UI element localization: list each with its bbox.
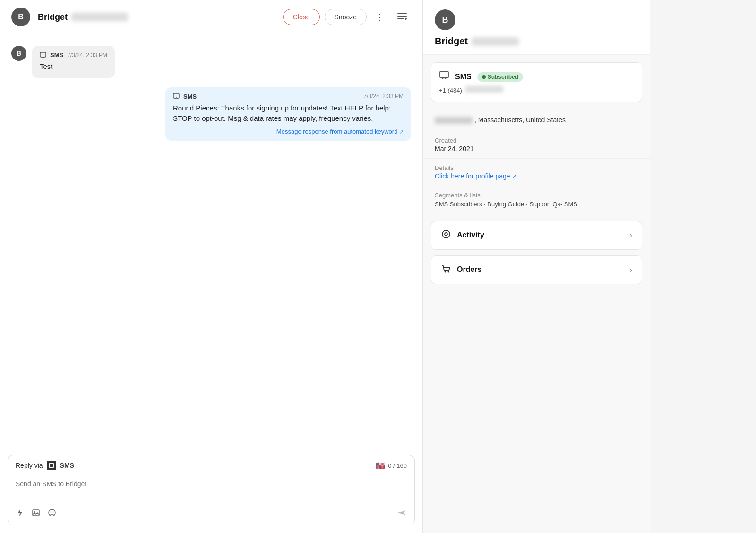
location-section: , Massachusetts, United States (423, 110, 650, 131)
queue-button[interactable] (393, 10, 411, 25)
right-header: B Bridget (423, 0, 650, 55)
sms-info-card: SMS Subscribed +1 (484) (431, 62, 642, 102)
reply-box: Reply via SMS 🇺🇸 0 / 160 (8, 455, 415, 525)
incoming-message-group: B SMS 7/3/24, 2:33 PM Test (11, 46, 411, 78)
send-icon (397, 508, 407, 519)
outgoing-channel-label: SMS (183, 93, 197, 100)
flag-icon: 🇺🇸 (376, 461, 385, 470)
reply-channel-label: SMS (60, 462, 74, 469)
external-link-icon: ↗ (512, 173, 517, 179)
created-date: Mar 24, 2021 (435, 145, 638, 152)
profile-link[interactable]: Click here for profile page ↗ (435, 172, 638, 180)
channel-label: SMS (50, 51, 63, 59)
incoming-bubble: SMS 7/3/24, 2:33 PM Test (32, 46, 115, 78)
char-count-text: 0 / 160 (388, 462, 407, 469)
chat-header: B Bridget Close Snooze ⋮ (0, 0, 422, 34)
ellipsis-icon: ⋮ (375, 11, 385, 23)
orders-chevron-icon: › (629, 265, 632, 275)
reply-tools (16, 508, 56, 519)
activity-row[interactable]: Activity › (431, 221, 642, 250)
activity-row-left: Activity (441, 229, 484, 242)
svg-point-11 (53, 512, 54, 513)
image-icon[interactable] (32, 508, 40, 519)
send-button[interactable] (397, 508, 407, 519)
chat-panel: B Bridget Close Snooze ⋮ (0, 0, 423, 533)
location-blur (435, 117, 472, 124)
svg-point-19 (445, 271, 446, 272)
activity-icon (441, 229, 451, 242)
outgoing-sms-icon (173, 93, 180, 100)
orders-icon (441, 263, 451, 276)
external-link-icon: ↗ (399, 129, 404, 135)
segments-section: Segments & lists SMS Subscribers · Buyin… (423, 186, 650, 215)
reply-footer (8, 505, 414, 525)
sms-phone: +1 (484) (439, 86, 634, 94)
sms-phone-icon (47, 461, 56, 470)
right-name: Bridget (435, 36, 638, 47)
message-text: Test (40, 61, 107, 72)
svg-rect-7 (33, 510, 39, 516)
details-section: Details Click here for profile page ↗ (423, 159, 650, 186)
svg-point-10 (51, 512, 52, 513)
char-count: 🇺🇸 0 / 160 (376, 461, 407, 470)
outgoing-meta: SMS 7/3/24, 2:33 PM (173, 93, 404, 100)
right-name-blur (472, 37, 519, 46)
reply-via: Reply via SMS (16, 461, 74, 470)
message-time: 7/3/24, 2:33 PM (67, 52, 107, 59)
automated-keyword-link[interactable]: Message response from automated keyword … (173, 128, 404, 135)
orders-label: Orders (457, 265, 481, 274)
outgoing-bubble: SMS 7/3/24, 2:33 PM Round Pieces: Thanks… (165, 87, 411, 141)
reply-via-label: Reply via (16, 462, 43, 469)
svg-rect-6 (50, 464, 53, 467)
customer-avatar: B (11, 8, 30, 26)
created-label: Created (435, 137, 638, 144)
queue-icon (397, 12, 407, 23)
name-blur (71, 13, 128, 21)
svg-point-13 (442, 230, 450, 238)
orders-row-left: Orders (441, 263, 481, 276)
sms-card-header: SMS Subscribed (439, 70, 634, 83)
svg-point-20 (448, 271, 449, 272)
message-avatar: B (11, 46, 26, 61)
message-meta: SMS 7/3/24, 2:33 PM (40, 51, 107, 59)
reply-header: Reply via SMS 🇺🇸 0 / 160 (8, 455, 414, 474)
sms-title: SMS (455, 73, 472, 81)
more-options-button[interactable]: ⋮ (371, 9, 388, 25)
subscribed-dot (482, 75, 486, 79)
right-panel: B Bridget SMS Subscribed +1 (484) (423, 0, 650, 533)
outgoing-message-time: 7/3/24, 2:33 PM (363, 93, 404, 100)
svg-point-9 (49, 509, 55, 516)
activity-chevron-icon: › (629, 230, 632, 240)
orders-row[interactable]: Orders › (431, 255, 642, 284)
close-button[interactable]: Close (283, 9, 320, 25)
header-actions: Close Snooze ⋮ (283, 9, 411, 25)
lightning-icon[interactable] (16, 508, 24, 519)
chat-area: B SMS 7/3/24, 2:33 PM Test (0, 34, 422, 447)
sms-channel-icon (40, 52, 46, 59)
right-avatar-row: B (435, 9, 638, 30)
outgoing-message-text: Round Pieces: Thanks for signing up for … (173, 103, 404, 124)
reply-input[interactable] (8, 474, 414, 503)
right-avatar: B (435, 9, 455, 30)
svg-point-14 (445, 233, 447, 236)
created-section: Created Mar 24, 2021 (423, 131, 650, 159)
sms-card-icon (439, 70, 449, 83)
segments-text: SMS Subscribers · Buying Guide · Support… (435, 200, 638, 209)
segments-label: Segments & lists (435, 192, 638, 199)
details-label: Details (435, 164, 638, 171)
emoji-icon[interactable] (48, 508, 56, 519)
customer-name: Bridget (38, 12, 275, 22)
activity-label: Activity (457, 231, 484, 239)
snooze-button[interactable]: Snooze (325, 9, 367, 25)
location-text: , Massachusetts, United States (435, 115, 638, 125)
phone-blur (465, 86, 503, 93)
subscribed-badge: Subscribed (477, 72, 523, 82)
outgoing-message-group: SMS 7/3/24, 2:33 PM Round Pieces: Thanks… (11, 87, 411, 141)
